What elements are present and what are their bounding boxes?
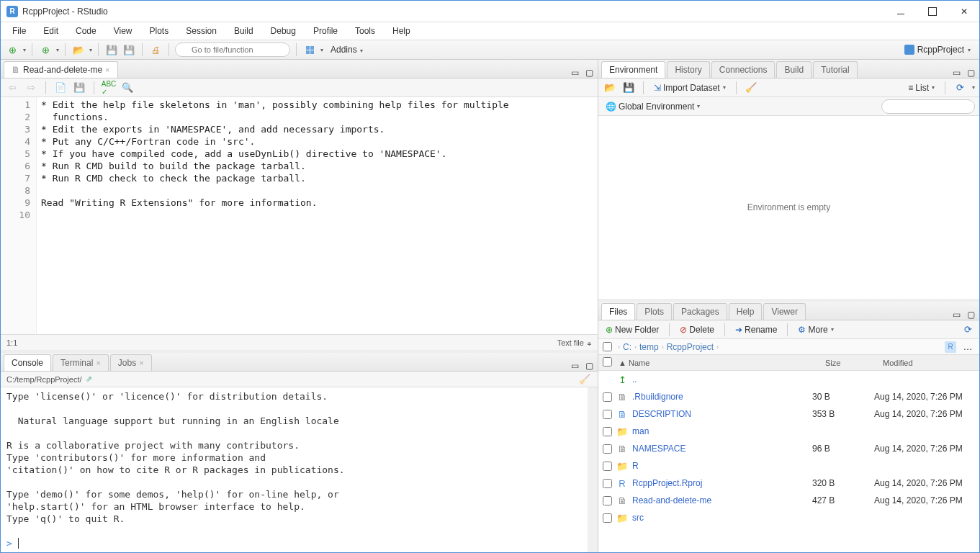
- file-row[interactable]: 🗎Read-and-delete-me427 BAug 14, 2020, 7:…: [598, 492, 979, 509]
- tab-tutorial[interactable]: Tutorial: [813, 61, 858, 78]
- panes-layout-button[interactable]: [302, 42, 317, 57]
- rename-button[interactable]: ➜ Rename: [732, 323, 780, 336]
- addins-menu[interactable]: Addins ▾: [326, 45, 367, 55]
- file-row[interactable]: ↥..: [598, 371, 979, 388]
- file-checkbox[interactable]: [603, 427, 612, 436]
- menu-profile[interactable]: Profile: [306, 24, 345, 38]
- file-name[interactable]: R: [632, 461, 808, 471]
- minimize-pane-button[interactable]: ▭: [950, 68, 962, 78]
- file-checkbox[interactable]: [603, 479, 612, 488]
- tab-environment[interactable]: Environment: [601, 61, 665, 78]
- tab-connections[interactable]: Connections: [711, 61, 776, 78]
- file-name[interactable]: DESCRIPTION: [632, 409, 808, 419]
- source-editor[interactable]: 12345678910 * Edit the help file skeleto…: [1, 97, 598, 334]
- menu-build[interactable]: Build: [227, 24, 261, 38]
- minimize-button[interactable]: [891, 4, 910, 19]
- env-scope-selector[interactable]: 🌐 Global Environment ▾: [603, 100, 703, 113]
- minimize-pane-button[interactable]: ▭: [569, 361, 580, 371]
- more-path-button[interactable]: …: [961, 340, 975, 354]
- tab-build[interactable]: Build: [776, 61, 812, 78]
- file-checkbox[interactable]: [603, 444, 612, 454]
- menu-plots[interactable]: Plots: [143, 24, 176, 38]
- goto-project-icon[interactable]: R: [945, 341, 956, 353]
- file-name[interactable]: src: [632, 513, 808, 523]
- scrollbar[interactable]: [588, 387, 598, 552]
- close-tab-button[interactable]: ×: [139, 359, 143, 367]
- file-name[interactable]: .Rbuildignore: [632, 392, 808, 402]
- tab-history[interactable]: History: [667, 61, 709, 78]
- file-row[interactable]: 📁man: [598, 423, 979, 440]
- menu-session[interactable]: Session: [179, 24, 224, 38]
- save-source-button[interactable]: 💾: [72, 81, 86, 95]
- maximize-pane-button[interactable]: ▢: [583, 68, 595, 78]
- refresh-files-button[interactable]: ⟳: [961, 323, 975, 337]
- tab-jobs[interactable]: Jobs ×: [110, 354, 152, 371]
- save-all-button[interactable]: 💾: [122, 42, 136, 57]
- file-checkbox[interactable]: [603, 410, 612, 419]
- file-name[interactable]: RcppProject.Rproj: [632, 478, 808, 488]
- tab-viewer[interactable]: Viewer: [763, 303, 805, 320]
- minimize-pane-button[interactable]: ▭: [950, 310, 962, 320]
- file-type-selector[interactable]: Text file ≑: [557, 338, 592, 347]
- file-row[interactable]: 📁R: [598, 457, 979, 475]
- tab-help[interactable]: Help: [729, 303, 763, 320]
- file-row[interactable]: 📁src: [598, 509, 979, 526]
- import-dataset-button[interactable]: ⇲ Import Dataset ▾: [651, 81, 729, 94]
- load-workspace-button[interactable]: 📂: [603, 81, 617, 95]
- menu-view[interactable]: View: [107, 24, 140, 38]
- file-checkbox[interactable]: [603, 513, 612, 523]
- tab-packages[interactable]: Packages: [673, 303, 727, 320]
- maximize-pane-button[interactable]: ▢: [583, 361, 595, 371]
- menu-file[interactable]: File: [5, 24, 33, 38]
- dropdown-icon[interactable]: ▾: [89, 47, 92, 53]
- file-name[interactable]: NAMESPACE: [632, 444, 808, 454]
- menu-help[interactable]: Help: [385, 24, 418, 38]
- find-button[interactable]: 🔍: [120, 81, 135, 95]
- env-search-input[interactable]: [881, 99, 975, 114]
- file-name[interactable]: man: [632, 426, 808, 436]
- delete-button[interactable]: ⊘ Delete: [677, 323, 717, 336]
- file-row[interactable]: RRcppProject.Rproj320 BAug 14, 2020, 7:2…: [598, 475, 979, 492]
- clear-console-button[interactable]: 🧹: [577, 372, 592, 387]
- dropdown-icon[interactable]: ▾: [972, 84, 975, 91]
- column-size[interactable]: Size: [821, 359, 878, 367]
- file-checkbox[interactable]: [603, 462, 612, 471]
- new-file-button[interactable]: ⊕: [5, 42, 19, 57]
- file-checkbox[interactable]: [603, 496, 612, 505]
- console-output[interactable]: Type 'license()' or 'licence()' for dist…: [1, 387, 588, 552]
- tab-console[interactable]: Console: [4, 354, 51, 371]
- column-name[interactable]: ▲ Name: [614, 359, 821, 367]
- new-project-button[interactable]: ⊕: [38, 42, 53, 57]
- menu-edit[interactable]: Edit: [36, 24, 66, 38]
- select-all-checkbox[interactable]: [603, 357, 612, 367]
- forward-button[interactable]: ⇨: [24, 81, 38, 95]
- menu-debug[interactable]: Debug: [264, 24, 303, 38]
- file-name[interactable]: ..: [632, 374, 808, 385]
- dropdown-icon[interactable]: ▾: [320, 47, 323, 53]
- close-tab-button[interactable]: ×: [105, 66, 109, 74]
- goto-wd-button[interactable]: ⇗: [82, 372, 96, 387]
- breadcrumb-segment[interactable]: temp: [639, 342, 659, 352]
- code-area[interactable]: * Edit the help file skeletons in 'man',…: [37, 97, 598, 334]
- breadcrumb-segment[interactable]: C:: [623, 342, 631, 352]
- file-checkbox[interactable]: [603, 392, 612, 402]
- file-row[interactable]: 🗎DESCRIPTION353 BAug 14, 2020, 7:26 PM: [598, 405, 979, 423]
- refresh-button[interactable]: ⟳: [953, 81, 967, 95]
- menu-tools[interactable]: Tools: [348, 24, 382, 38]
- list-view-button[interactable]: ≡ List ▾: [905, 81, 938, 94]
- tab-terminal[interactable]: Terminal ×: [53, 354, 109, 371]
- file-row[interactable]: 🗎.Rbuildignore30 BAug 14, 2020, 7:26 PM: [598, 388, 979, 405]
- tab-plots[interactable]: Plots: [637, 303, 672, 320]
- breadcrumb-segment[interactable]: RcppProject: [667, 342, 714, 352]
- more-button[interactable]: ⚙ More ▾: [795, 323, 836, 336]
- show-in-window-button[interactable]: 📄: [53, 81, 68, 95]
- spellcheck-button[interactable]: ABC✓: [102, 81, 116, 95]
- save-workspace-button[interactable]: 💾: [621, 81, 636, 95]
- tab-files[interactable]: Files: [601, 303, 635, 320]
- file-row[interactable]: 🗎NAMESPACE96 BAug 14, 2020, 7:26 PM: [598, 440, 979, 457]
- clear-env-button[interactable]: 🧹: [744, 81, 758, 95]
- maximize-button[interactable]: [923, 4, 942, 19]
- minimize-pane-button[interactable]: ▭: [569, 68, 580, 78]
- dropdown-icon[interactable]: ▾: [56, 47, 59, 53]
- print-button[interactable]: 🖨: [148, 42, 163, 57]
